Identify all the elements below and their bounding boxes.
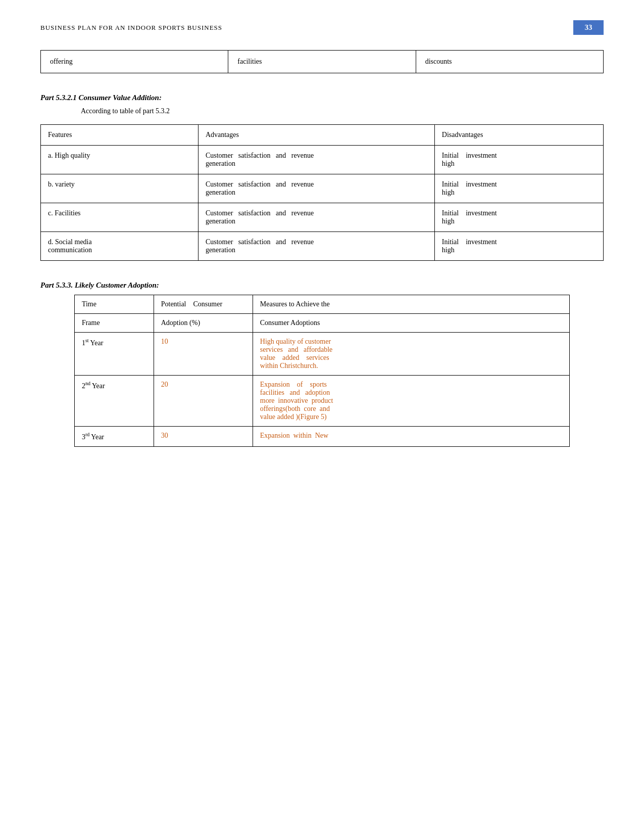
adoption-table: Time Potential Consumer Measures to Achi… [74,295,570,447]
advantage-high-quality: Customer satisfaction and revenuegenerat… [198,146,434,174]
adoption-header-potential: Potential Consumer [154,295,253,314]
advantage-variety: Customer satisfaction and revenuegenerat… [198,174,434,203]
disadvantage-facilities: Initial investmenthigh [434,203,603,232]
section-533-heading: Part 5.3.3. Likely Customer Adoption: [40,281,604,290]
adoption-header-consumer-adoptions: Consumer Adoptions [253,314,569,333]
top-table-cell-offering: offering [41,51,228,73]
adoption-row-1st-pct: 10 [154,333,253,376]
feature-social-media-line1: d. Social media [48,238,92,246]
adoption-header-measures: Measures to Achieve the [253,295,569,314]
feature-variety: b. variety [41,174,199,203]
adoption-row-3rd-pct: 30 [154,427,253,447]
features-table: Features Advantages Disadvantages a. Hig… [40,124,604,261]
feature-high-quality: a. High quality [41,146,199,174]
section-532-intro: According to table of part 5.3.2 [81,107,604,115]
adoption-row-1st-measures: High quality of customer services and af… [253,333,569,376]
advantage-social-media: Customer satisfaction and revenuegenerat… [198,232,434,261]
top-table-cell-discounts: discounts [416,51,603,73]
adoption-header-time: Time [74,295,154,314]
adoption-row-2nd-year: 2nd Year [74,376,154,427]
page: BUSINESS PLAN FOR AN INDOOR SPORTS BUSIN… [0,0,644,834]
feature-social-media: d. Social media communication [41,232,199,261]
adoption-row-3rd-year: 3rd Year [74,427,154,447]
adoption-row-2nd-pct: 20 [154,376,253,427]
header-title: BUSINESS PLAN FOR AN INDOOR SPORTS BUSIN… [40,24,222,32]
adoption-row-1st-year: 1st Year [74,333,154,376]
disadvantages-header: Disadvantages [434,125,603,146]
disadvantage-variety: Initial investmenthigh [434,174,603,203]
page-number: 33 [573,20,604,35]
adoption-header-adoption-pct: Adoption (%) [154,314,253,333]
features-header: Features [41,125,199,146]
disadvantage-social-media: Initial investmenthigh [434,232,603,261]
advantages-header: Advantages [198,125,434,146]
adoption-header-frame: Frame [74,314,154,333]
feature-facilities: c. Facilities [41,203,199,232]
top-table-cell-facilities: facilities [228,51,416,73]
adoption-row-3rd-measures: Expansion within New [253,427,569,447]
feature-social-media-line2: communication [48,246,92,254]
disadvantage-high-quality: Initial investmenthigh [434,146,603,174]
section-532-heading: Part 5.3.2.1 Consumer Value Addition: [40,94,604,102]
advantage-facilities: Customer satisfaction and revenuegenerat… [198,203,434,232]
adoption-row-2nd-measures: Expansion of sports facilities and adopt… [253,376,569,427]
header: BUSINESS PLAN FOR AN INDOOR SPORTS BUSIN… [40,20,604,35]
top-table: offering facilities discounts [40,50,604,73]
